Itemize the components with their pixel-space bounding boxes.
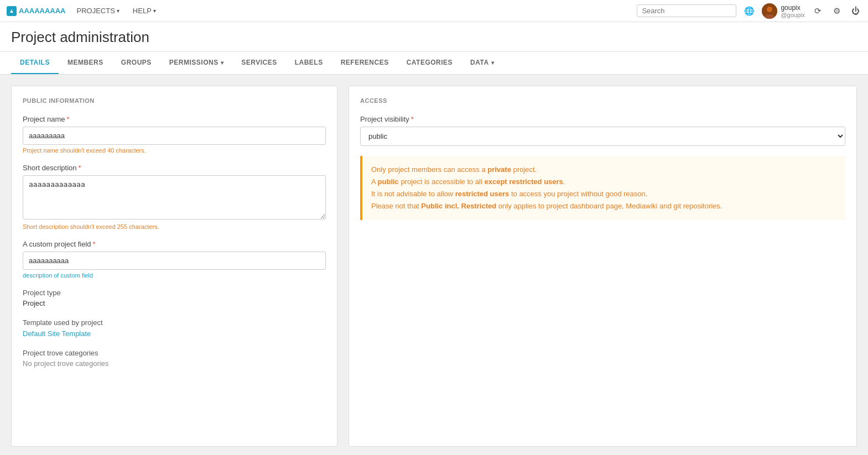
visibility-warning: Only project members can access a privat… bbox=[360, 156, 845, 220]
tab-details[interactable]: DETAILS bbox=[11, 52, 59, 74]
trove-group: Project trove categories No project trov… bbox=[23, 349, 326, 368]
visibility-select[interactable]: private public public incl. restricted bbox=[360, 127, 845, 146]
avatar bbox=[762, 3, 777, 19]
visibility-group: Project visibility * private public publ… bbox=[360, 115, 845, 146]
short-desc-required: * bbox=[79, 164, 81, 172]
page-header: Project administration bbox=[0, 22, 868, 52]
trove-label: Project trove categories bbox=[23, 349, 326, 357]
user-info[interactable]: goupix @goupix bbox=[762, 3, 805, 19]
tab-permissions[interactable]: PERMISSIONS ▾ bbox=[160, 52, 232, 74]
settings-icon[interactable]: ⚙ bbox=[830, 5, 843, 17]
warning-line-1: Only project members can access a privat… bbox=[371, 164, 836, 176]
custom-field-input[interactable] bbox=[23, 252, 326, 270]
short-desc-label: Short description * bbox=[23, 164, 326, 172]
project-name-required: * bbox=[67, 115, 70, 123]
project-type-group: Project type Project bbox=[23, 289, 326, 307]
custom-field-group: A custom project field * description of … bbox=[23, 240, 326, 279]
tab-permissions-label: PERMISSIONS bbox=[169, 59, 219, 66]
short-desc-group: Short description * aaaaaaaaaaaaa Short … bbox=[23, 164, 326, 230]
globe-icon[interactable]: 🌐 bbox=[743, 5, 755, 17]
template-link[interactable]: Default Site Template bbox=[23, 330, 91, 338]
custom-field-required: * bbox=[93, 240, 96, 248]
public-info-title: PUBLIC INFORMATION bbox=[23, 97, 326, 104]
short-desc-textarea[interactable]: aaaaaaaaaaaaa bbox=[23, 175, 326, 219]
main-content: PUBLIC INFORMATION Project name * Projec… bbox=[0, 75, 868, 455]
tab-groups[interactable]: GROUPS bbox=[112, 52, 160, 74]
warning-line-3: It is not advisable to allow restricted … bbox=[371, 188, 836, 200]
user-text: goupix @goupix bbox=[781, 4, 805, 18]
help-nav[interactable]: HELP ▾ bbox=[131, 7, 158, 15]
public-info-panel: PUBLIC INFORMATION Project name * Projec… bbox=[11, 86, 337, 447]
projects-chevron-icon: ▾ bbox=[117, 8, 119, 14]
project-name-group: Project name * Project name shouldn't ex… bbox=[23, 115, 326, 154]
tab-data-label: DATA bbox=[470, 59, 489, 66]
tab-members[interactable]: MEMBERS bbox=[59, 52, 112, 74]
project-name-label: Project name * bbox=[23, 115, 326, 123]
logo-icon: ▲ bbox=[7, 6, 17, 16]
tabs-bar: DETAILS MEMBERS GROUPS PERMISSIONS ▾ SER… bbox=[0, 52, 868, 75]
history-icon[interactable]: ⟳ bbox=[812, 5, 824, 17]
search-input[interactable] bbox=[637, 4, 736, 17]
visibility-label: Project visibility * bbox=[360, 115, 845, 123]
permissions-chevron-icon: ▾ bbox=[221, 60, 224, 66]
warning-line-2: A public project is accessible to all ex… bbox=[371, 176, 836, 188]
access-panel: ACCESS Project visibility * private publ… bbox=[349, 86, 857, 447]
short-desc-hint: Short description shouldn't exceed 255 c… bbox=[23, 223, 326, 230]
help-label: HELP bbox=[133, 7, 152, 15]
access-title: ACCESS bbox=[360, 97, 845, 104]
tab-data[interactable]: DATA ▾ bbox=[461, 52, 503, 74]
tab-categories[interactable]: CATEGORIES bbox=[398, 52, 461, 74]
custom-field-label: A custom project field * bbox=[23, 240, 326, 248]
data-chevron-icon: ▾ bbox=[491, 60, 495, 66]
projects-label: PROJECTS bbox=[77, 7, 115, 15]
brand-name: AAAAAAAAA bbox=[19, 7, 66, 15]
custom-field-hint: description of custom field bbox=[23, 272, 326, 279]
trove-value: No project trove categories bbox=[23, 359, 326, 368]
tab-services[interactable]: SERVICES bbox=[232, 52, 285, 74]
nav-right: 🌐 goupix @goupix ⟳ ⚙ ⏻ bbox=[637, 3, 861, 19]
project-type-label: Project type bbox=[23, 289, 326, 297]
project-type-value: Project bbox=[23, 299, 326, 307]
username: goupix bbox=[781, 4, 805, 12]
svg-point-1 bbox=[767, 7, 772, 12]
sub-username: @goupix bbox=[781, 12, 805, 18]
template-group: Template used by project Default Site Te… bbox=[23, 318, 326, 338]
power-icon[interactable]: ⏻ bbox=[849, 5, 861, 17]
brand-logo[interactable]: ▲ AAAAAAAAA bbox=[7, 6, 66, 16]
projects-nav[interactable]: PROJECTS ▾ bbox=[75, 7, 122, 15]
visibility-required: * bbox=[411, 115, 414, 123]
warning-line-4: Please not that Public incl. Restricted … bbox=[371, 200, 836, 212]
page-title: Project administration bbox=[11, 29, 857, 46]
project-name-hint: Project name shouldn't exceed 40 charact… bbox=[23, 147, 326, 154]
template-label: Template used by project bbox=[23, 318, 326, 327]
help-chevron-icon: ▾ bbox=[153, 8, 156, 14]
project-name-input[interactable] bbox=[23, 127, 326, 145]
tab-labels[interactable]: LABELS bbox=[286, 52, 332, 74]
tab-references[interactable]: REFERENCES bbox=[332, 52, 398, 74]
navbar: ▲ AAAAAAAAA PROJECTS ▾ HELP ▾ 🌐 goupix @… bbox=[0, 0, 868, 22]
